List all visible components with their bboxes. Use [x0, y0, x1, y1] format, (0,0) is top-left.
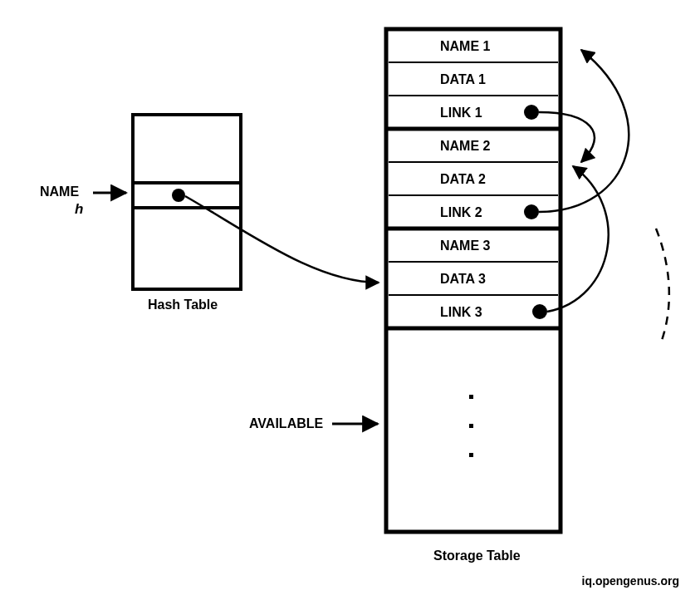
svg-rect-12 — [469, 424, 473, 428]
hash-table-box — [133, 115, 241, 289]
available-label: AVAILABLE — [249, 416, 323, 431]
storage-table-caption: Storage Table — [433, 548, 521, 563]
svg-rect-13 — [469, 453, 473, 457]
row2-data: DATA 2 — [440, 172, 486, 187]
row1-link: LINK 1 — [440, 106, 482, 120]
link1-dot — [524, 105, 539, 120]
row3-link: LINK 3 — [440, 305, 482, 320]
link3-dot — [532, 304, 547, 319]
svg-rect-11 — [469, 395, 473, 399]
row1-data: DATA 1 — [440, 72, 486, 87]
row2-link: LINK 2 — [440, 205, 482, 220]
dashed-continuation — [656, 229, 669, 345]
link3-arrow — [547, 166, 609, 312]
link2-dot — [524, 204, 539, 219]
name-input-label: NAME — [40, 184, 79, 199]
row3-name: NAME 3 — [440, 239, 490, 253]
diagram-svg — [0, 0, 700, 600]
h-label: h — [75, 201, 83, 218]
link1-arrow — [539, 112, 595, 162]
attribution: iq.opengenus.org — [582, 574, 679, 588]
row3-data: DATA 3 — [440, 272, 486, 287]
hash-entry-dot — [172, 189, 185, 202]
row2-name: NAME 2 — [440, 139, 490, 154]
hash-table-caption: Hash Table — [148, 298, 218, 312]
row1-name: NAME 1 — [440, 39, 490, 54]
